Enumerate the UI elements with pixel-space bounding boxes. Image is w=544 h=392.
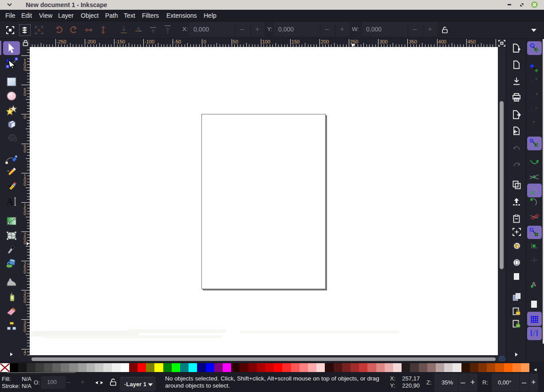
svg-text:0: 0	[24, 299, 26, 304]
svg-text:50: 50	[233, 39, 238, 44]
svg-text:0: 0	[24, 182, 26, 187]
svg-text:0: 0	[24, 211, 26, 216]
svg-text:A: A	[6, 196, 13, 207]
svg-text:0: 0	[24, 270, 26, 274]
svg-text:450: 450	[468, 39, 476, 44]
svg-text:400: 400	[438, 39, 446, 44]
svg-text:350: 350	[409, 39, 417, 44]
svg-text:-150: -150	[115, 39, 125, 44]
svg-text:200: 200	[321, 39, 329, 44]
svg-text:0: 0	[24, 240, 26, 245]
svg-text:-250: -250	[57, 39, 67, 44]
svg-text:0: 0	[24, 92, 26, 97]
svg-text:-50: -50	[174, 39, 181, 44]
svg-text:0: 0	[24, 115, 26, 120]
svg-text:100: 100	[262, 39, 270, 44]
svg-text:0: 0	[24, 149, 26, 153]
svg-text:300: 300	[379, 39, 387, 44]
svg-text:0: 0	[24, 67, 26, 71]
svg-text:0: 0	[203, 39, 206, 44]
svg-text:150: 150	[292, 39, 300, 44]
svg-text:-100: -100	[145, 39, 154, 44]
svg-text:0: 0	[24, 328, 26, 333]
svg-text:-200: -200	[86, 39, 96, 44]
svg-text:0: 0	[24, 354, 26, 355]
svg-text:250: 250	[350, 39, 358, 44]
